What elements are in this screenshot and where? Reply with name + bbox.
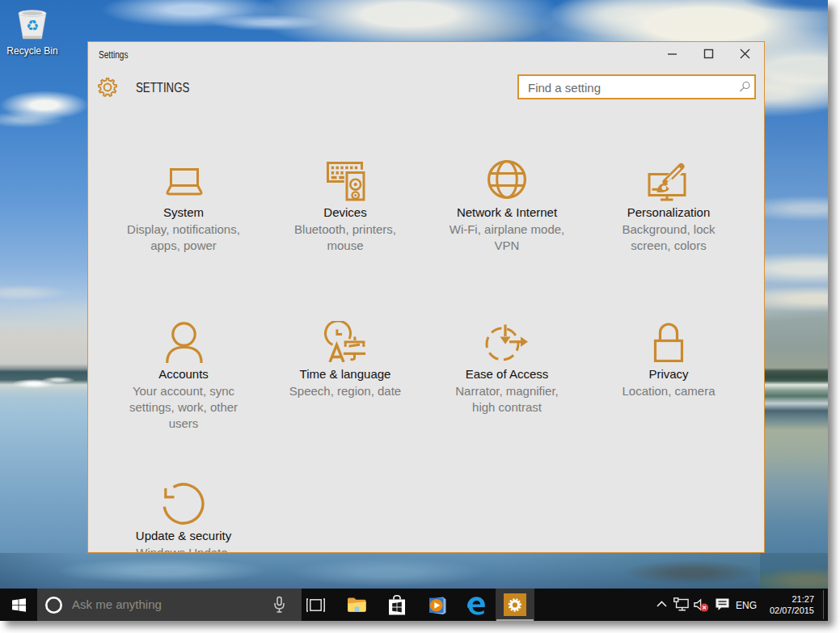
svg-text:♻: ♻ [26,18,39,34]
